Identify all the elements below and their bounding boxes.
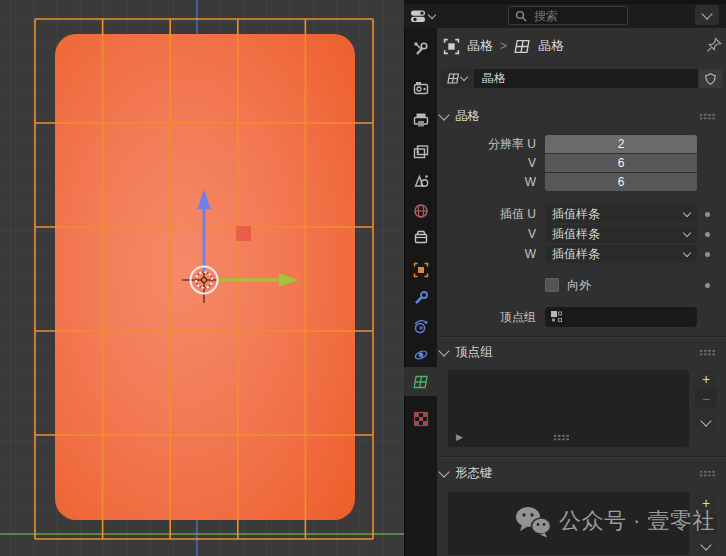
modifiers-wrench-icon	[413, 290, 429, 306]
scene-icon	[413, 173, 429, 189]
interpolation-u-row: 插值 U 插值样条	[437, 205, 726, 223]
field-label: 分辨率 U	[437, 136, 542, 153]
field-label: 插值 U	[437, 206, 542, 223]
watermark-text: 公众号 · 壹零社	[559, 506, 715, 536]
animate-dot[interactable]	[705, 283, 710, 288]
remove-button[interactable]: −	[695, 389, 717, 408]
watermark: 公众号 · 壹零社	[514, 500, 726, 542]
chevron-down-icon	[438, 109, 449, 120]
outside-checkbox[interactable]	[545, 278, 559, 292]
tab-world[interactable]	[405, 198, 437, 224]
lattice-panel-header[interactable]: 晶格	[440, 106, 726, 126]
filter-expand-icon[interactable]: ▶	[456, 432, 463, 442]
tab-object-data[interactable]	[405, 369, 437, 395]
collection-icon	[413, 229, 429, 245]
tab-object[interactable]	[405, 257, 437, 283]
search-icon	[515, 10, 527, 22]
tab-tool[interactable]	[405, 36, 437, 62]
tab-collection[interactable]	[405, 224, 437, 250]
gizmo-plane-handle[interactable]	[236, 226, 251, 241]
pin-icon	[705, 36, 723, 54]
header-options-button[interactable]	[695, 5, 719, 25]
breadcrumb: 晶格 > 晶格	[443, 36, 726, 56]
field-label: W	[437, 175, 542, 189]
constraints-icon	[413, 347, 429, 363]
lattice-icon	[447, 72, 460, 85]
resolution-u-field[interactable]: 2	[545, 135, 697, 153]
chevron-down-icon	[438, 466, 449, 477]
render-icon	[413, 80, 429, 96]
pin-button[interactable]	[705, 36, 723, 58]
interpolation-v-select[interactable]: 插值样条	[545, 225, 697, 243]
texture-icon	[413, 411, 429, 427]
interpolation-u-select[interactable]: 插值样条	[545, 205, 697, 223]
vertex-group-icon	[550, 310, 564, 324]
vertex-group-field[interactable]	[545, 307, 697, 327]
editor-type-button[interactable]	[408, 6, 444, 26]
properties-editor-icon	[410, 8, 427, 24]
field-label: W	[437, 247, 542, 261]
section-divider	[437, 336, 726, 338]
vertex-groups-panel-header[interactable]: 顶点组	[440, 342, 726, 362]
tool-icon	[413, 41, 429, 57]
vertex-group-row: 顶点组	[437, 307, 726, 327]
output-icon	[413, 112, 429, 128]
chevron-down-icon	[683, 208, 691, 216]
animate-dot[interactable]	[705, 252, 710, 257]
chevron-down-icon	[701, 8, 712, 19]
tab-physics[interactable]	[405, 314, 437, 340]
chevron-down-icon	[438, 345, 449, 356]
datablock-name-row	[441, 69, 722, 88]
tab-modifiers[interactable]	[405, 285, 437, 311]
vertex-groups-list[interactable]: ▶	[447, 369, 690, 448]
panel-title: 顶点组	[455, 344, 493, 361]
specials-menu-button[interactable]	[695, 413, 717, 432]
chevron-down-icon	[460, 73, 468, 81]
resolution-v-row: V 6	[437, 154, 726, 172]
search-input[interactable]	[532, 8, 616, 24]
resolution-u-row: 分辨率 U 2	[437, 135, 726, 153]
datablock-name-input[interactable]	[474, 69, 698, 88]
lattice-icon	[514, 38, 531, 55]
tab-texture[interactable]	[405, 406, 437, 432]
resolution-w-row: W 6	[437, 173, 726, 191]
chevron-down-icon	[428, 10, 436, 18]
breadcrumb-data[interactable]: 晶格	[538, 37, 564, 55]
id-type-button[interactable]	[441, 69, 473, 88]
vertex-groups-buttons: + −	[695, 369, 717, 432]
mesh-object[interactable]	[55, 34, 355, 520]
tab-scene[interactable]	[405, 168, 437, 194]
fake-user-button[interactable]	[699, 69, 722, 88]
view-layer-icon	[413, 144, 429, 160]
interpolation-w-select[interactable]: 插值样条	[545, 245, 697, 263]
tab-output[interactable]	[405, 107, 437, 133]
tab-view-layer[interactable]	[405, 139, 437, 165]
field-label: V	[437, 156, 542, 170]
tab-render[interactable]	[405, 75, 437, 101]
field-label: V	[437, 227, 542, 241]
tab-constraints[interactable]	[405, 342, 437, 368]
animate-dot[interactable]	[705, 212, 710, 217]
resolution-v-field[interactable]: 6	[545, 154, 697, 172]
physics-icon	[413, 319, 429, 335]
panel-grip[interactable]	[699, 349, 716, 356]
panel-grip[interactable]	[699, 113, 716, 120]
object-origin	[201, 277, 206, 282]
chevron-down-icon	[683, 248, 691, 256]
shape-keys-panel-header[interactable]: 形态键	[440, 463, 726, 483]
resolution-w-field[interactable]: 6	[545, 173, 697, 191]
search-box[interactable]	[508, 6, 628, 25]
add-button[interactable]: +	[695, 369, 717, 388]
panel-grip[interactable]	[699, 470, 716, 477]
field-label: 顶点组	[437, 309, 542, 326]
breadcrumb-object[interactable]: 晶格	[467, 37, 493, 55]
shield-icon	[704, 72, 717, 86]
panel-title: 晶格	[455, 108, 480, 125]
list-resize-grip[interactable]	[553, 434, 570, 441]
wechat-icon	[514, 505, 552, 538]
animate-dot[interactable]	[705, 232, 710, 237]
chevron-down-icon	[683, 228, 691, 236]
breadcrumb-separator: >	[500, 39, 507, 53]
viewport-3d[interactable]	[0, 0, 404, 556]
world-icon	[413, 203, 429, 219]
